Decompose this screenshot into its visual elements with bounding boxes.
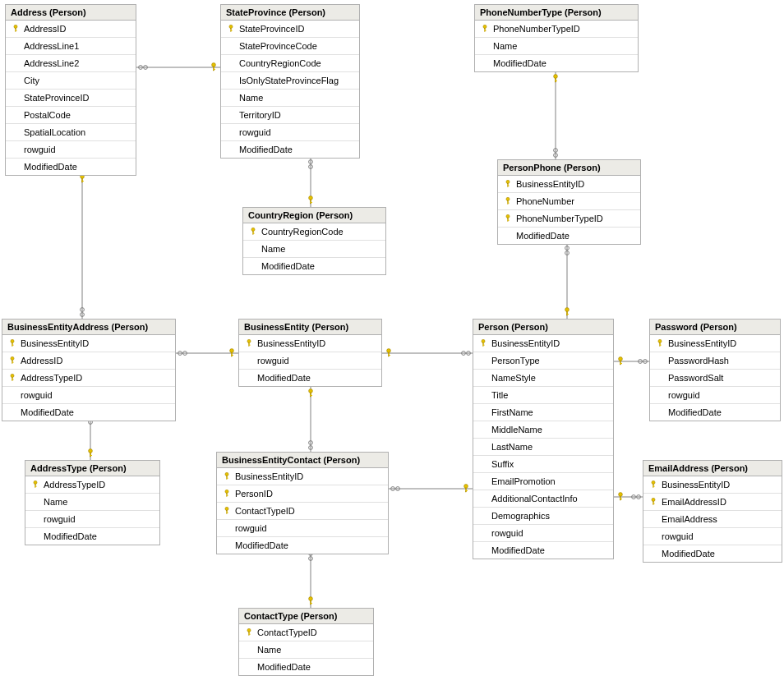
column-name: EmailAddressID [660, 495, 726, 508]
table-column[interactable]: BusinessEntityID [498, 176, 640, 193]
table-column[interactable]: AddressTypeID [25, 476, 159, 494]
table-column[interactable]: PostalCode [6, 107, 136, 124]
table-header[interactable]: Password (Person) [650, 320, 780, 335]
table-column[interactable]: Name [243, 241, 385, 258]
table-column[interactable]: PersonID [217, 485, 388, 503]
table-bea[interactable]: BusinessEntityAddress (Person)BusinessEn… [2, 319, 176, 421]
table-column[interactable]: ModifiedDate [243, 258, 385, 274]
table-column[interactable]: BusinessEntityID [473, 335, 613, 352]
table-column[interactable]: IsOnlyStateProvinceFlag [221, 72, 359, 90]
table-column[interactable]: Name [221, 90, 359, 107]
table-column[interactable]: AddressID [2, 352, 175, 370]
table-column[interactable]: ModifiedDate [6, 159, 136, 175]
table-column[interactable]: EmailAddress [643, 511, 782, 528]
table-column[interactable]: SpatialLocation [6, 124, 136, 141]
table-countryregion[interactable]: CountryRegion (Person)CountryRegionCodeN… [242, 207, 386, 275]
table-column[interactable]: StateProvinceID [221, 21, 359, 38]
table-header[interactable]: PhoneNumberType (Person) [475, 5, 638, 21]
table-column[interactable]: BusinessEntityID [2, 335, 175, 352]
table-column[interactable]: rowguid [6, 141, 136, 159]
table-column[interactable]: Demographics [473, 508, 613, 525]
table-column[interactable]: PasswordHash [650, 352, 780, 370]
table-header[interactable]: StateProvince (Person) [221, 5, 359, 21]
table-column[interactable]: ModifiedDate [239, 370, 381, 386]
table-column[interactable]: rowguid [643, 528, 782, 545]
table-contacttype[interactable]: ContactType (Person)ContactTypeIDNameMod… [238, 608, 374, 676]
table-column[interactable]: ContactTypeID [239, 624, 373, 641]
table-stateprovince[interactable]: StateProvince (Person)StateProvinceIDSta… [220, 4, 360, 159]
table-column[interactable]: Title [473, 387, 613, 404]
table-column[interactable]: rowguid [239, 352, 381, 370]
column-name: ModifiedDate [42, 530, 97, 543]
table-address[interactable]: Address (Person)AddressIDAddressLine1Add… [5, 4, 136, 176]
table-header[interactable]: EmailAddress (Person) [643, 461, 782, 476]
table-column[interactable]: ModifiedDate [239, 659, 373, 675]
table-column[interactable]: AdditionalContactInfo [473, 490, 613, 508]
table-column[interactable]: CountryRegionCode [243, 223, 385, 241]
table-header[interactable]: BusinessEntityAddress (Person) [2, 320, 175, 335]
column-name: BusinessEntityID [514, 177, 584, 191]
table-column[interactable]: EmailPromotion [473, 473, 613, 490]
table-column[interactable]: BusinessEntityID [217, 468, 388, 485]
table-column[interactable]: LastName [473, 439, 613, 456]
table-column[interactable]: MiddleName [473, 421, 613, 439]
table-column[interactable]: PasswordSalt [650, 370, 780, 387]
table-column[interactable]: TerritoryID [221, 107, 359, 124]
table-column[interactable]: rowguid [217, 520, 388, 537]
table-column[interactable]: FirstName [473, 404, 613, 421]
table-column[interactable]: rowguid [2, 387, 175, 404]
table-person[interactable]: Person (Person)BusinessEntityIDPersonTyp… [473, 319, 614, 559]
table-column[interactable]: Name [25, 494, 159, 511]
table-column[interactable]: AddressLine1 [6, 38, 136, 55]
table-header[interactable]: AddressType (Person) [25, 461, 159, 476]
table-column[interactable]: PhoneNumberTypeID [475, 21, 638, 38]
table-column[interactable]: Name [475, 38, 638, 55]
table-header[interactable]: CountryRegion (Person) [243, 208, 385, 223]
table-column[interactable]: AddressLine2 [6, 55, 136, 72]
table-header[interactable]: BusinessEntity (Person) [239, 320, 381, 335]
table-column[interactable]: rowguid [650, 387, 780, 404]
table-column[interactable]: ModifiedDate [498, 228, 640, 244]
table-column[interactable]: ModifiedDate [2, 404, 175, 421]
table-column[interactable]: PhoneNumber [498, 193, 640, 210]
table-column[interactable]: ModifiedDate [473, 542, 613, 559]
table-emailaddress[interactable]: EmailAddress (Person)BusinessEntityIDEma… [643, 460, 782, 563]
table-addresstype[interactable]: AddressType (Person)AddressTypeIDNamerow… [25, 460, 160, 545]
table-column[interactable]: AddressID [6, 21, 136, 38]
table-column[interactable]: ModifiedDate [650, 404, 780, 421]
relationship-key-icon [565, 308, 570, 315]
table-personphone[interactable]: PersonPhone (Person)BusinessEntityIDPhon… [497, 159, 641, 245]
table-column[interactable]: EmailAddressID [643, 494, 782, 511]
table-column[interactable]: PhoneNumberTypeID [498, 210, 640, 228]
table-bec[interactable]: BusinessEntityContact (Person)BusinessEn… [216, 452, 389, 554]
table-column[interactable]: ContactTypeID [217, 503, 388, 520]
table-header[interactable]: PersonPhone (Person) [498, 160, 640, 176]
table-column[interactable]: BusinessEntityID [239, 335, 381, 352]
table-password[interactable]: Password (Person)BusinessEntityIDPasswor… [649, 319, 781, 421]
table-phonenumtype[interactable]: PhoneNumberType (Person)PhoneNumberTypeI… [474, 4, 639, 72]
table-column[interactable]: CountryRegionCode [221, 55, 359, 72]
table-column[interactable]: ModifiedDate [221, 141, 359, 158]
table-column[interactable]: ModifiedDate [25, 528, 159, 545]
table-column[interactable]: StateProvinceCode [221, 38, 359, 55]
table-column[interactable]: City [6, 72, 136, 90]
table-column[interactable]: ModifiedDate [217, 537, 388, 554]
table-column[interactable]: rowguid [221, 124, 359, 141]
table-column[interactable]: rowguid [25, 511, 159, 528]
table-column[interactable]: PersonType [473, 352, 613, 370]
table-column[interactable]: NameStyle [473, 370, 613, 387]
table-header[interactable]: BusinessEntityContact (Person) [217, 453, 388, 468]
table-header[interactable]: Person (Person) [473, 320, 613, 335]
table-column[interactable]: AddressTypeID [2, 370, 175, 387]
table-column[interactable]: Name [239, 641, 373, 659]
table-businessentity[interactable]: BusinessEntity (Person)BusinessEntityIDr… [238, 319, 382, 387]
table-header[interactable]: Address (Person) [6, 5, 136, 21]
table-header[interactable]: ContactType (Person) [239, 609, 373, 624]
table-column[interactable]: ModifiedDate [643, 545, 782, 562]
table-column[interactable]: ModifiedDate [475, 55, 638, 71]
table-column[interactable]: rowguid [473, 525, 613, 542]
table-column[interactable]: StateProvinceID [6, 90, 136, 107]
table-column[interactable]: BusinessEntityID [643, 476, 782, 494]
table-column[interactable]: Suffix [473, 456, 613, 473]
table-column[interactable]: BusinessEntityID [650, 335, 780, 352]
